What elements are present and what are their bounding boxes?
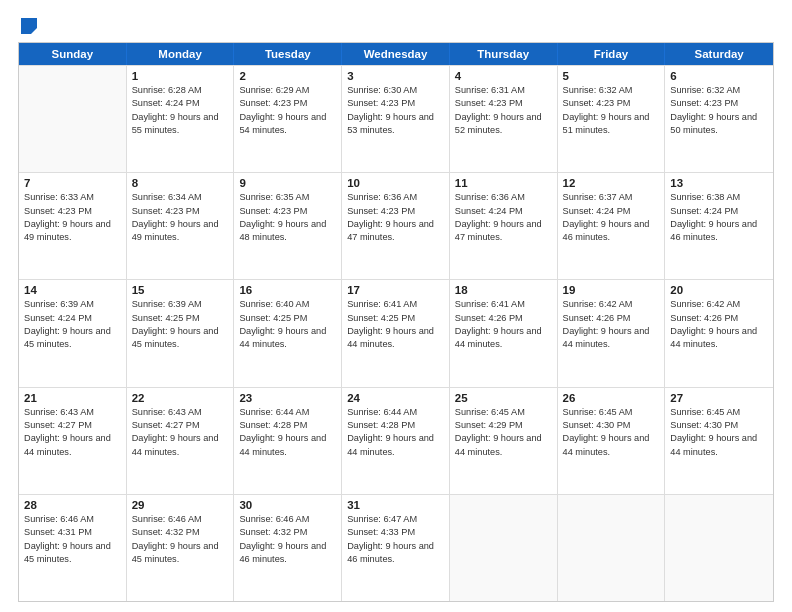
day-info: Sunrise: 6:32 AMSunset: 4:23 PMDaylight:…: [563, 84, 660, 137]
day-info: Sunrise: 6:43 AMSunset: 4:27 PMDaylight:…: [24, 406, 121, 459]
calendar-day-3: 3Sunrise: 6:30 AMSunset: 4:23 PMDaylight…: [342, 66, 450, 172]
calendar-day-empty: [19, 66, 127, 172]
day-info: Sunrise: 6:44 AMSunset: 4:28 PMDaylight:…: [239, 406, 336, 459]
day-number: 20: [670, 284, 768, 296]
calendar-day-11: 11Sunrise: 6:36 AMSunset: 4:24 PMDayligh…: [450, 173, 558, 279]
calendar-week: 7Sunrise: 6:33 AMSunset: 4:23 PMDaylight…: [19, 172, 773, 279]
calendar-day-20: 20Sunrise: 6:42 AMSunset: 4:26 PMDayligh…: [665, 280, 773, 386]
header: [18, 18, 774, 32]
day-number: 19: [563, 284, 660, 296]
day-info: Sunrise: 6:43 AMSunset: 4:27 PMDaylight:…: [132, 406, 229, 459]
day-info: Sunrise: 6:35 AMSunset: 4:23 PMDaylight:…: [239, 191, 336, 244]
weekday-header: Friday: [558, 43, 666, 65]
calendar-day-6: 6Sunrise: 6:32 AMSunset: 4:23 PMDaylight…: [665, 66, 773, 172]
day-info: Sunrise: 6:46 AMSunset: 4:32 PMDaylight:…: [132, 513, 229, 566]
day-info: Sunrise: 6:46 AMSunset: 4:31 PMDaylight:…: [24, 513, 121, 566]
calendar-day-31: 31Sunrise: 6:47 AMSunset: 4:33 PMDayligh…: [342, 495, 450, 601]
day-number: 4: [455, 70, 552, 82]
day-number: 31: [347, 499, 444, 511]
calendar-day-5: 5Sunrise: 6:32 AMSunset: 4:23 PMDaylight…: [558, 66, 666, 172]
day-info: Sunrise: 6:39 AMSunset: 4:24 PMDaylight:…: [24, 298, 121, 351]
calendar-day-14: 14Sunrise: 6:39 AMSunset: 4:24 PMDayligh…: [19, 280, 127, 386]
day-info: Sunrise: 6:33 AMSunset: 4:23 PMDaylight:…: [24, 191, 121, 244]
day-info: Sunrise: 6:41 AMSunset: 4:25 PMDaylight:…: [347, 298, 444, 351]
calendar-day-24: 24Sunrise: 6:44 AMSunset: 4:28 PMDayligh…: [342, 388, 450, 494]
weekday-header: Sunday: [19, 43, 127, 65]
day-info: Sunrise: 6:28 AMSunset: 4:24 PMDaylight:…: [132, 84, 229, 137]
day-number: 17: [347, 284, 444, 296]
calendar-day-28: 28Sunrise: 6:46 AMSunset: 4:31 PMDayligh…: [19, 495, 127, 601]
calendar-day-19: 19Sunrise: 6:42 AMSunset: 4:26 PMDayligh…: [558, 280, 666, 386]
day-number: 14: [24, 284, 121, 296]
calendar-day-29: 29Sunrise: 6:46 AMSunset: 4:32 PMDayligh…: [127, 495, 235, 601]
day-info: Sunrise: 6:36 AMSunset: 4:24 PMDaylight:…: [455, 191, 552, 244]
day-info: Sunrise: 6:46 AMSunset: 4:32 PMDaylight:…: [239, 513, 336, 566]
day-number: 10: [347, 177, 444, 189]
calendar-day-empty: [665, 495, 773, 601]
day-number: 18: [455, 284, 552, 296]
day-info: Sunrise: 6:36 AMSunset: 4:23 PMDaylight:…: [347, 191, 444, 244]
day-info: Sunrise: 6:31 AMSunset: 4:23 PMDaylight:…: [455, 84, 552, 137]
logo-icon: [21, 18, 37, 34]
calendar-week: 21Sunrise: 6:43 AMSunset: 4:27 PMDayligh…: [19, 387, 773, 494]
day-number: 21: [24, 392, 121, 404]
day-info: Sunrise: 6:45 AMSunset: 4:29 PMDaylight:…: [455, 406, 552, 459]
calendar-day-15: 15Sunrise: 6:39 AMSunset: 4:25 PMDayligh…: [127, 280, 235, 386]
calendar-day-25: 25Sunrise: 6:45 AMSunset: 4:29 PMDayligh…: [450, 388, 558, 494]
day-number: 11: [455, 177, 552, 189]
calendar-day-2: 2Sunrise: 6:29 AMSunset: 4:23 PMDaylight…: [234, 66, 342, 172]
day-number: 28: [24, 499, 121, 511]
calendar-header: SundayMondayTuesdayWednesdayThursdayFrid…: [19, 43, 773, 65]
calendar-day-21: 21Sunrise: 6:43 AMSunset: 4:27 PMDayligh…: [19, 388, 127, 494]
calendar: SundayMondayTuesdayWednesdayThursdayFrid…: [18, 42, 774, 602]
calendar-day-12: 12Sunrise: 6:37 AMSunset: 4:24 PMDayligh…: [558, 173, 666, 279]
day-number: 29: [132, 499, 229, 511]
day-info: Sunrise: 6:47 AMSunset: 4:33 PMDaylight:…: [347, 513, 444, 566]
weekday-header: Wednesday: [342, 43, 450, 65]
day-info: Sunrise: 6:45 AMSunset: 4:30 PMDaylight:…: [670, 406, 768, 459]
calendar-day-17: 17Sunrise: 6:41 AMSunset: 4:25 PMDayligh…: [342, 280, 450, 386]
day-info: Sunrise: 6:45 AMSunset: 4:30 PMDaylight:…: [563, 406, 660, 459]
day-number: 5: [563, 70, 660, 82]
calendar-week: 1Sunrise: 6:28 AMSunset: 4:24 PMDaylight…: [19, 65, 773, 172]
calendar-day-18: 18Sunrise: 6:41 AMSunset: 4:26 PMDayligh…: [450, 280, 558, 386]
day-number: 1: [132, 70, 229, 82]
day-info: Sunrise: 6:40 AMSunset: 4:25 PMDaylight:…: [239, 298, 336, 351]
day-info: Sunrise: 6:29 AMSunset: 4:23 PMDaylight:…: [239, 84, 336, 137]
calendar-day-27: 27Sunrise: 6:45 AMSunset: 4:30 PMDayligh…: [665, 388, 773, 494]
calendar-day-8: 8Sunrise: 6:34 AMSunset: 4:23 PMDaylight…: [127, 173, 235, 279]
calendar-day-empty: [450, 495, 558, 601]
day-number: 25: [455, 392, 552, 404]
weekday-header: Monday: [127, 43, 235, 65]
weekday-header: Saturday: [665, 43, 773, 65]
logo: [18, 18, 37, 32]
day-number: 2: [239, 70, 336, 82]
calendar-day-26: 26Sunrise: 6:45 AMSunset: 4:30 PMDayligh…: [558, 388, 666, 494]
day-number: 3: [347, 70, 444, 82]
day-number: 8: [132, 177, 229, 189]
weekday-header: Tuesday: [234, 43, 342, 65]
day-number: 27: [670, 392, 768, 404]
calendar-day-16: 16Sunrise: 6:40 AMSunset: 4:25 PMDayligh…: [234, 280, 342, 386]
day-info: Sunrise: 6:30 AMSunset: 4:23 PMDaylight:…: [347, 84, 444, 137]
day-number: 23: [239, 392, 336, 404]
day-number: 30: [239, 499, 336, 511]
calendar-day-9: 9Sunrise: 6:35 AMSunset: 4:23 PMDaylight…: [234, 173, 342, 279]
calendar-day-10: 10Sunrise: 6:36 AMSunset: 4:23 PMDayligh…: [342, 173, 450, 279]
calendar-week: 14Sunrise: 6:39 AMSunset: 4:24 PMDayligh…: [19, 279, 773, 386]
day-info: Sunrise: 6:34 AMSunset: 4:23 PMDaylight:…: [132, 191, 229, 244]
calendar-day-23: 23Sunrise: 6:44 AMSunset: 4:28 PMDayligh…: [234, 388, 342, 494]
calendar-day-7: 7Sunrise: 6:33 AMSunset: 4:23 PMDaylight…: [19, 173, 127, 279]
calendar-day-13: 13Sunrise: 6:38 AMSunset: 4:24 PMDayligh…: [665, 173, 773, 279]
weekday-header: Thursday: [450, 43, 558, 65]
day-info: Sunrise: 6:41 AMSunset: 4:26 PMDaylight:…: [455, 298, 552, 351]
day-number: 26: [563, 392, 660, 404]
page: SundayMondayTuesdayWednesdayThursdayFrid…: [0, 0, 792, 612]
day-info: Sunrise: 6:37 AMSunset: 4:24 PMDaylight:…: [563, 191, 660, 244]
day-number: 6: [670, 70, 768, 82]
day-info: Sunrise: 6:32 AMSunset: 4:23 PMDaylight:…: [670, 84, 768, 137]
calendar-body: 1Sunrise: 6:28 AMSunset: 4:24 PMDaylight…: [19, 65, 773, 601]
day-number: 12: [563, 177, 660, 189]
calendar-day-22: 22Sunrise: 6:43 AMSunset: 4:27 PMDayligh…: [127, 388, 235, 494]
day-number: 13: [670, 177, 768, 189]
